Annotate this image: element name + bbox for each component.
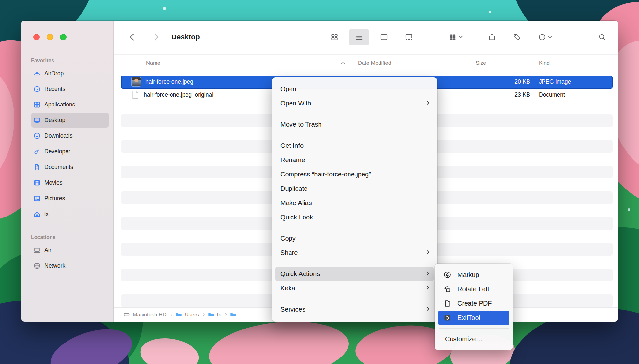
- document-file-icon: [132, 91, 139, 99]
- submenu-item-rotate-left[interactable]: Rotate Left: [435, 282, 513, 296]
- menu-item-quick-actions[interactable]: Quick Actions: [275, 267, 434, 281]
- group-by-button[interactable]: [449, 33, 462, 41]
- sidebar-item-documents[interactable]: Documents: [31, 160, 109, 175]
- tag-icon: [513, 33, 521, 41]
- more-actions-button[interactable]: [538, 33, 551, 41]
- group-by-icon: [449, 33, 457, 41]
- folder-icon: [230, 311, 237, 318]
- sidebar-item-label: AirDrop: [44, 70, 64, 77]
- sidebar-item-label: lx: [44, 211, 49, 217]
- list-view-icon: [355, 33, 363, 41]
- submenu-chevron-icon: [425, 250, 429, 254]
- window-title: Desktop: [171, 33, 200, 41]
- path-item-users[interactable]: Users: [175, 311, 199, 318]
- tags-button[interactable]: [513, 33, 521, 41]
- icon-view-button[interactable]: [324, 29, 345, 45]
- sidebar-item-recents[interactable]: Recents: [31, 82, 109, 96]
- menu-item-open[interactable]: Open: [272, 82, 437, 96]
- minimize-button[interactable]: [47, 34, 53, 40]
- sidebar-item-airdrop[interactable]: AirDrop: [31, 66, 109, 81]
- gallery-view-button[interactable]: [398, 29, 419, 45]
- menu-item-label: Quick Actions: [280, 270, 320, 277]
- hard-drive-icon: [123, 311, 130, 318]
- path-item-macintosh-hd[interactable]: Macintosh HD: [123, 311, 167, 318]
- sidebar-item-air[interactable]: Air: [31, 243, 109, 258]
- menu-item-open-with[interactable]: Open With: [272, 96, 437, 110]
- column-header-kind[interactable]: Kind: [539, 60, 550, 66]
- column-view-button[interactable]: [374, 29, 394, 45]
- sidebar-item-developer[interactable]: Developer: [31, 144, 109, 159]
- column-header-name[interactable]: Name: [146, 60, 160, 66]
- menu-item-copy[interactable]: Copy: [272, 231, 437, 245]
- traffic-lights: [33, 34, 67, 40]
- gallery-view-icon: [405, 33, 413, 41]
- applications-grid-icon: [33, 101, 41, 108]
- menu-item-get-info[interactable]: Get Info: [272, 138, 437, 153]
- menu-item-duplicate[interactable]: Duplicate: [272, 181, 437, 196]
- menu-item-label: Services: [280, 306, 305, 313]
- share-button[interactable]: [488, 33, 496, 41]
- column-divider: [535, 55, 535, 71]
- submenu-item-exiftool[interactable]: ExifTool: [438, 311, 509, 325]
- menu-item-keka[interactable]: Keka: [272, 281, 437, 295]
- menu-item-quick-look[interactable]: Quick Look: [272, 210, 437, 224]
- wallpaper-shape: [628, 208, 630, 211]
- forward-button[interactable]: [152, 33, 161, 42]
- column-header-date-modified[interactable]: Date Modified: [358, 60, 391, 66]
- menu-item-share[interactable]: Share: [272, 245, 437, 260]
- file-size: 23 KB: [514, 91, 530, 98]
- submenu-item-create-pdf[interactable]: Create PDF: [435, 296, 513, 311]
- search-button[interactable]: [598, 33, 606, 41]
- menu-item-compress[interactable]: Compress “hair-force-one.jpeg”: [272, 167, 437, 181]
- column-header-size[interactable]: Size: [476, 60, 486, 66]
- sidebar-section-locations: Locations: [31, 234, 113, 241]
- submenu-item-label: ExifTool: [457, 314, 480, 322]
- menu-item-services[interactable]: Services: [272, 302, 437, 316]
- menu-item-make-alias[interactable]: Make Alias: [272, 196, 437, 210]
- close-button[interactable]: [33, 34, 40, 40]
- search-icon: [598, 33, 606, 41]
- file-kind: Document: [539, 91, 565, 98]
- file-name-cell: hair-force-one.jpeg: [121, 77, 193, 86]
- submenu-chevron-icon: [425, 101, 429, 105]
- sidebar-item-pictures[interactable]: Pictures: [31, 191, 109, 206]
- menu-item-label: Keka: [280, 285, 295, 292]
- sidebar-item-label: Documents: [44, 164, 73, 171]
- path-item-current-folder[interactable]: [230, 311, 239, 318]
- menu-item-rename[interactable]: Rename: [272, 153, 437, 167]
- list-view-button[interactable]: [349, 29, 369, 45]
- home-icon: [33, 210, 41, 218]
- sidebar-item-movies[interactable]: Movies: [31, 175, 109, 190]
- back-button[interactable]: [127, 33, 137, 42]
- file-size: 20 KB: [514, 78, 530, 85]
- sidebar-item-lx[interactable]: lx: [31, 207, 109, 221]
- menu-item-move-to-trash[interactable]: Move to Trash: [272, 117, 437, 132]
- menu-separator: [276, 135, 433, 135]
- zoom-button[interactable]: [60, 34, 67, 40]
- sidebar-item-desktop[interactable]: Desktop: [31, 113, 109, 128]
- submenu-item-customize[interactable]: Customize…: [435, 332, 513, 346]
- create-pdf-icon: [443, 299, 452, 308]
- folder-icon: [175, 311, 182, 318]
- sidebar: Favorites AirDrop Recents Applications D…: [21, 21, 114, 322]
- submenu-item-markup[interactable]: Markup: [435, 268, 513, 282]
- image-thumbnail: [132, 77, 141, 86]
- column-divider: [472, 55, 472, 71]
- file-name-cell: hair-force-one.jpeg_original: [121, 91, 213, 99]
- path-item-lx[interactable]: lx: [208, 311, 221, 318]
- sidebar-item-downloads[interactable]: Downloads: [31, 129, 109, 143]
- desktop-monitor-icon: [33, 117, 41, 124]
- column-divider: [354, 55, 354, 71]
- toolbar: Desktop: [114, 21, 618, 54]
- file-name: hair-force-one.jpeg: [145, 78, 193, 85]
- menu-separator: [439, 328, 509, 329]
- network-globe-icon: [33, 262, 41, 270]
- sidebar-item-applications[interactable]: Applications: [31, 97, 109, 112]
- submenu-chevron-icon: [425, 286, 429, 290]
- menu-separator: [276, 228, 433, 228]
- sidebar-item-label: Network: [44, 262, 65, 269]
- ellipsis-circle-icon: [538, 33, 546, 41]
- developer-hammer-icon: [33, 148, 41, 155]
- sidebar-item-network[interactable]: Network: [31, 259, 109, 273]
- rotate-left-icon: [443, 285, 452, 293]
